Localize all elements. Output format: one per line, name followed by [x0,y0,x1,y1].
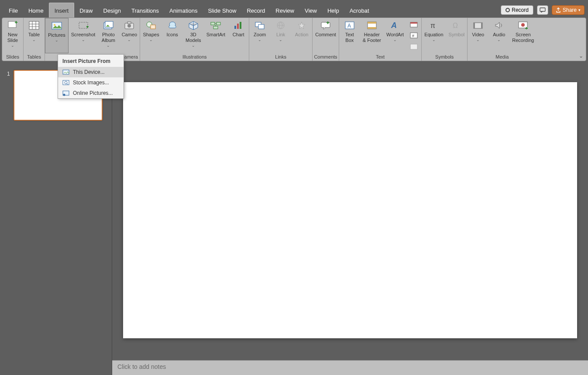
cameo-label: Cameo [122,32,137,38]
svg-point-10 [127,24,131,28]
svg-rect-15 [217,22,220,25]
tab-record[interactable]: Record [241,3,270,17]
date-time-button[interactable] [409,20,419,29]
tab-help[interactable]: Help [322,3,344,17]
group-symbols: π Equation ⌄ Ω Symbol Symbols [422,18,468,61]
comment-icon [319,20,333,31]
video-button[interactable]: Video ⌄ [468,18,488,53]
tab-animations[interactable]: Animations [164,3,203,17]
smartart-button[interactable]: SmartArt [204,18,228,53]
group-illustrations: Shapes ⌄ Icons 3DModels ⌄ SmartArt Chart… [140,18,249,61]
group-label-media: Media [468,53,536,61]
new-slide-icon [6,20,20,31]
tab-slideshow[interactable]: Slide Show [203,3,241,17]
audio-button[interactable]: Audio ⌄ [488,18,509,53]
svg-rect-34 [410,44,417,49]
chevron-down-icon: ⌄ [127,38,131,42]
pictures-button[interactable]: Pictures ⌄ [45,18,69,53]
screen-recording-button[interactable]: ScreenRecording [509,18,536,53]
audio-label: Audio [493,32,505,38]
textbox-label: TextBox [345,32,354,43]
header-footer-button[interactable]: Header& Footer [360,18,384,53]
slide-canvas[interactable] [123,82,577,338]
group-comments: Comment Comments [313,18,339,61]
canvas-scroll[interactable] [112,65,588,360]
symbol-label: Symbol [449,32,465,38]
comments-pane-button[interactable] [537,5,548,15]
zoom-button[interactable]: Zoom ⌄ [249,18,270,53]
svg-text:A: A [347,23,351,29]
svg-rect-14 [211,22,215,25]
svg-rect-17 [234,26,236,29]
chevron-down-icon: ⌄ [476,38,480,42]
chevron-down-icon: ⌄ [432,38,436,42]
tab-draw[interactable]: Draw [74,3,98,17]
tab-review[interactable]: Review [270,3,299,17]
svg-rect-18 [237,24,239,29]
screenshot-label: Screenshot [71,32,96,38]
table-button[interactable]: Table ⌄ [24,18,45,53]
chevron-down-icon: ⌄ [149,38,153,42]
chevron-down-icon: ▾ [578,8,581,12]
photo-album-button[interactable]: PhotoAlbum ⌄ [98,18,119,53]
collapse-ribbon-button[interactable]: ⌄ [579,53,583,59]
tab-design[interactable]: Design [98,3,126,17]
new-slide-button[interactable]: NewSlide ⌄ [2,18,23,53]
icons-button[interactable]: Icons [162,18,183,53]
photo-album-icon [101,20,115,31]
cameo-button[interactable]: Cameo ⌄ [119,18,140,53]
group-links: Zoom ⌄ Link ⌄ Action Links [249,18,313,61]
3d-models-button[interactable]: 3DModels ⌄ [183,18,204,53]
dropdown-this-device[interactable]: This Device... [58,67,124,77]
audio-icon [492,20,506,31]
shapes-label: Shapes [143,32,159,38]
link-button: Link ⌄ [270,18,291,53]
tab-acrobat[interactable]: Acrobat [344,3,375,17]
3d-models-label: 3DModels [186,32,201,43]
tab-view[interactable]: View [299,3,322,17]
header-footer-icon [365,20,379,31]
svg-rect-28 [368,27,376,29]
equation-label: Equation [424,32,443,38]
textbox-icon: A [343,20,357,31]
dropdown-item-label: Stock Images... [73,80,109,86]
photo-album-label: PhotoAlbum [102,32,115,43]
dropdown-stock-images[interactable]: Stock Images... [58,77,124,88]
svg-rect-6 [79,22,88,28]
symbol-button: Ω Symbol [446,18,468,53]
table-label: Table [28,32,40,38]
slide-thumbnails-panel[interactable]: 1 [0,65,112,375]
link-label: Link [276,32,285,38]
action-star-icon [295,20,309,31]
dropdown-online-pictures[interactable]: Online Pictures... [58,88,124,98]
notes-pane[interactable]: Click to add notes [112,360,588,375]
chart-button[interactable]: Chart [228,18,249,53]
share-button[interactable]: Share ▾ [552,5,585,15]
tab-home[interactable]: Home [23,3,49,17]
record-label: Record [512,7,529,13]
object-button [409,42,419,51]
tab-transitions[interactable]: Transitions [126,3,164,17]
svg-text:Ω: Ω [453,22,458,29]
tab-file[interactable]: File [3,3,23,17]
wordart-icon: A [388,20,402,31]
date-icon [410,21,418,28]
action-label: Action [295,32,309,38]
equation-button[interactable]: π Equation ⌄ [422,18,446,53]
shapes-button[interactable]: Shapes ⌄ [140,18,162,53]
comment-button[interactable]: Comment [313,18,339,53]
object-icon [410,44,418,50]
chevron-down-icon: ⌄ [393,38,397,42]
tab-insert[interactable]: Insert [49,3,75,17]
slide-number-button[interactable]: # [409,31,419,40]
record-button[interactable]: Record [501,5,533,15]
smartart-icon [209,20,223,31]
svg-rect-39 [481,23,482,28]
screenshot-button[interactable]: Screenshot ⌄ [69,18,98,53]
svg-rect-3 [29,21,39,29]
textbox-button[interactable]: A TextBox [339,18,360,53]
wordart-button[interactable]: A WordArt ⌄ [384,18,406,53]
svg-text:π: π [430,22,435,29]
number-icon: # [410,32,418,38]
group-label-illustrations: Illustrations [140,53,249,61]
